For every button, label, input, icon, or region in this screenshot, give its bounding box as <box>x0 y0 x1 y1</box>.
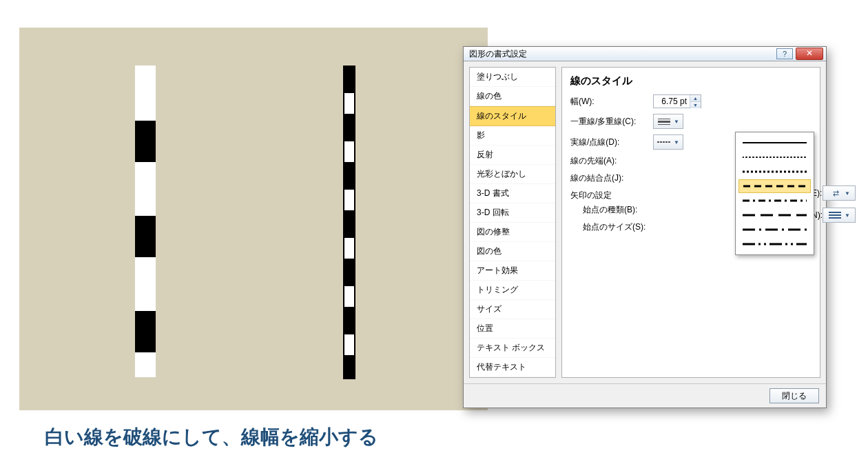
spin-up-icon[interactable]: ▲ <box>690 95 701 102</box>
dash-type-menu <box>735 132 814 255</box>
compound-label: 一重線/多重線(C): <box>570 116 653 128</box>
compound-preview-icon <box>657 117 671 126</box>
help-button[interactable]: ? <box>776 48 793 59</box>
dash-dropdown[interactable]: ▼ <box>653 134 683 150</box>
dash-option-long-dash-dot[interactable] <box>738 223 811 237</box>
panel-heading: 線のスタイル <box>570 74 812 88</box>
category-sidebar: 塗りつぶし 線の色 線のスタイル 影 反射 光彩とぼかし 3-D 書式 3-D … <box>469 67 556 378</box>
size-bars-icon <box>828 210 842 220</box>
close-dialog-button[interactable]: 閉じる <box>769 388 819 403</box>
dash-option-dash-dot[interactable] <box>738 194 811 208</box>
dash-option-solid[interactable] <box>738 136 811 150</box>
begin-type-label: 始点の種類(B): <box>570 204 653 216</box>
sidebar-item-glow[interactable]: 光彩とぼかし <box>470 165 555 184</box>
instruction-caption: 白い線を破線にして、線幅を縮小する <box>45 424 378 450</box>
sidebar-item-textbox[interactable]: テキスト ボックス <box>470 339 555 358</box>
canvas-preview <box>19 28 488 410</box>
sidebar-item-reflection[interactable]: 反射 <box>470 145 555 165</box>
sample-line-thick <box>135 66 156 379</box>
sidebar-item-position[interactable]: 位置 <box>470 319 555 339</box>
dash-option-long-dash-dot-dot[interactable] <box>738 237 811 251</box>
sidebar-item-artistic[interactable]: アート効果 <box>470 261 555 281</box>
dash-label: 実線/点線(D): <box>570 137 653 148</box>
sidebar-item-picture-correction[interactable]: 図の修整 <box>470 223 555 242</box>
compound-dropdown[interactable]: ▼ <box>653 114 683 129</box>
format-shape-dialog: 図形の書式設定 ? ✕ 塗りつぶし 線の色 線のスタイル 影 反射 光彩とぼかし… <box>463 46 827 408</box>
dash-option-round-dot[interactable] <box>738 150 811 164</box>
chevron-down-icon: ▼ <box>674 119 679 125</box>
sidebar-item-fill[interactable]: 塗りつぶし <box>470 68 555 87</box>
arrow-heading: 矢印の設定 <box>570 190 612 201</box>
sidebar-item-alt-text[interactable]: 代替テキスト <box>470 358 555 377</box>
chevron-down-icon: ▼ <box>674 139 679 145</box>
join-label: 線の結合点(J): <box>570 172 653 184</box>
spin-down-icon[interactable]: ▼ <box>690 102 701 108</box>
end-size-group: ズ(N): ▼ <box>823 208 856 223</box>
dialog-title: 図形の書式設定 <box>469 48 775 60</box>
end-size-dropdown[interactable]: ▼ <box>823 208 856 223</box>
sidebar-item-line-style[interactable]: 線のスタイル <box>470 106 555 126</box>
dash-preview-icon <box>657 137 671 147</box>
width-input[interactable] <box>654 95 690 108</box>
sidebar-item-line-color[interactable]: 線の色 <box>470 87 555 106</box>
width-spinner[interactable]: ▲ ▼ <box>653 94 701 108</box>
dash-option-square-dot[interactable] <box>738 165 811 179</box>
width-label: 幅(W): <box>570 96 653 108</box>
sidebar-item-3d-rotation[interactable]: 3-D 回転 <box>470 203 555 223</box>
end-type-dropdown[interactable]: ⇄ ▼ <box>823 185 856 201</box>
dialog-titlebar[interactable]: 図形の書式設定 ? ✕ <box>464 47 826 61</box>
sample-line-thin <box>343 66 355 379</box>
dialog-footer: 閉じる <box>464 383 826 408</box>
close-button[interactable]: ✕ <box>796 48 823 60</box>
cap-label: 線の先端(A): <box>570 155 653 167</box>
dash-option-long-dash[interactable] <box>738 208 811 222</box>
sidebar-item-shadow[interactable]: 影 <box>470 126 555 145</box>
arrows-icon: ⇄ <box>828 188 842 198</box>
sidebar-item-crop[interactable]: トリミング <box>470 281 555 300</box>
sidebar-item-3d-format[interactable]: 3-D 書式 <box>470 184 555 203</box>
end-type-group: 頁(E): ⇄ ▼ <box>823 185 856 201</box>
sidebar-item-size[interactable]: サイズ <box>470 300 555 319</box>
chevron-down-icon: ▼ <box>845 212 850 219</box>
line-style-panel: 線のスタイル 幅(W): ▲ ▼ 一重線/多重線(C): ▼ <box>561 67 820 378</box>
begin-size-label: 始点のサイズ(S): <box>570 221 653 233</box>
chevron-down-icon: ▼ <box>845 190 850 197</box>
sidebar-item-picture-color[interactable]: 図の色 <box>470 242 555 261</box>
dash-option-dash[interactable] <box>738 179 811 193</box>
